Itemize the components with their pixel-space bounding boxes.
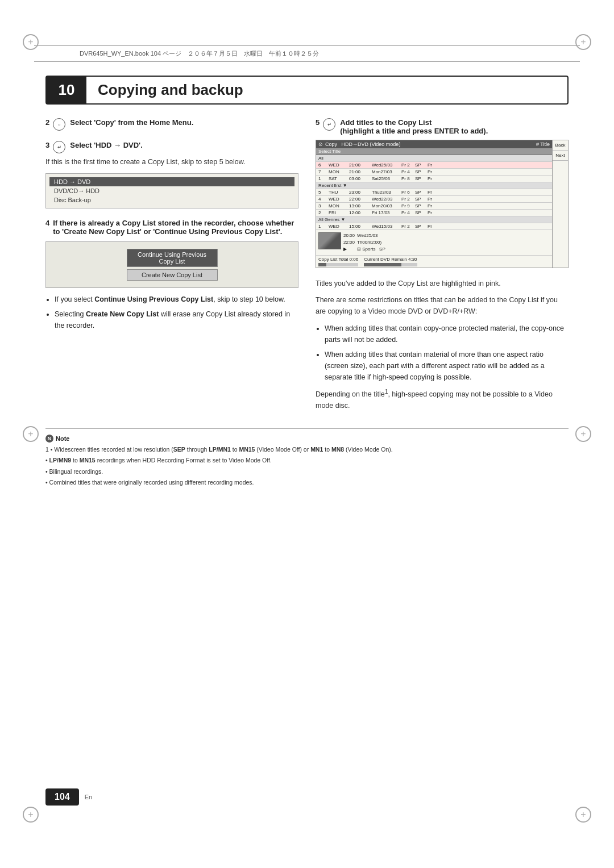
- row5-mode: SP: [415, 197, 425, 202]
- row4-extra: Pr: [428, 190, 435, 195]
- reg-mark-br: [575, 807, 591, 823]
- row8-mode: SP: [415, 224, 425, 229]
- reg-mark-tr: [575, 34, 591, 50]
- row1-pr: Pr 2: [401, 162, 413, 168]
- step3-icon: ↵: [53, 141, 65, 153]
- left-column: 2 ○ Select 'Copy' from the Home Menu. 3 …: [45, 118, 298, 417]
- row6-extra: Pr: [428, 203, 435, 208]
- step4-number: 4: [45, 219, 49, 227]
- content-area: 2 ○ Select 'Copy' from the Home Menu. 3 …: [45, 118, 569, 417]
- reg-mark-ml: [23, 426, 39, 442]
- row6-day: MON: [329, 203, 347, 208]
- row8-extra: Pr: [428, 224, 435, 229]
- step2-heading-text: Select 'Copy' from the Home Menu.: [70, 118, 193, 127]
- footer-bar-remain: [364, 263, 417, 266]
- row5-pr: Pr 2: [401, 197, 413, 202]
- row3-time: 03:00: [349, 176, 370, 181]
- row1-date: Wed25/03: [372, 162, 399, 168]
- right-bullets: When adding titles that contain copy-onc…: [325, 323, 569, 383]
- row3-pr: Pr 8: [401, 176, 413, 181]
- right-para-1: Titles you've added to the Copy List are…: [316, 278, 569, 289]
- thumb-label: ⊞ Sports SP: [357, 246, 385, 253]
- footer-bar-fill-remain: [364, 263, 401, 266]
- step2-number: 2: [45, 118, 49, 127]
- step3-heading: 3 ↵ Select 'HDD → DVD'.: [45, 141, 298, 153]
- row5-day: WED: [329, 197, 347, 202]
- row5-date: Wed22/03: [372, 197, 399, 202]
- row8-pr: Pr 2: [401, 224, 413, 229]
- note-label-text: Note: [56, 435, 69, 442]
- step4-heading: 4 If there is already a Copy List stored…: [45, 219, 298, 236]
- right-footer-text: Depending on the title1, high-speed copy…: [316, 387, 569, 411]
- footer-total-label: Copy List Total: [318, 257, 348, 262]
- row7-time: 12:00: [349, 210, 370, 215]
- copy-header-title: # Title: [536, 141, 550, 147]
- row6-date: Mon20/03: [372, 203, 399, 208]
- table-row-4: 5 THU 23:00 Thu23/03 Pr 6 SP Pr: [316, 189, 552, 196]
- row6-num: 3: [318, 203, 326, 208]
- dialog-btn-new: Create New Copy List: [127, 269, 218, 281]
- step4-bullets: If you select Continue Using Previous Co…: [55, 294, 298, 331]
- row4-day: THU: [329, 190, 347, 195]
- thumb-info2: Wed25/03 Th00m2:00) ⊞ Sports SP: [357, 232, 385, 253]
- thumb-time: 20:00: [343, 232, 355, 239]
- page-number: 104: [45, 788, 79, 806]
- right-column: 5 ↵ Add titles to the Copy List (highlig…: [316, 118, 569, 417]
- right-bullet-2: When adding titles that contain material…: [325, 349, 569, 383]
- thumb-date: Wed25/03: [357, 232, 385, 239]
- row2-date: Mon27/03: [372, 169, 399, 174]
- chapter-number: 10: [47, 77, 86, 103]
- reg-mark-tl: [23, 34, 39, 50]
- row3-day: SAT: [329, 176, 347, 181]
- menu-item-hdd-dvd: HDD → DVD: [49, 177, 294, 186]
- page-footer: 104 En: [0, 788, 614, 806]
- menu-item-disc-backup: Disc Back-up: [49, 195, 294, 205]
- note-section: N Note 1 • Widescreen titles recorded at…: [45, 428, 569, 487]
- right-para-2: There are some restrictions on titles th…: [316, 295, 569, 317]
- row7-pr: Pr 4: [401, 210, 413, 215]
- note-text: 1 • Widescreen titles recorded at low re…: [45, 445, 569, 487]
- step3-heading-text: Select 'HDD → DVD'.: [70, 141, 143, 149]
- row8-num: 1: [318, 224, 326, 229]
- thumb-duration: Th00m2:00): [357, 239, 385, 246]
- row5-time: 22:00: [349, 197, 370, 202]
- subheader-label: Select Title: [318, 149, 341, 154]
- step2-icon-inner: ○: [58, 122, 61, 127]
- step5-icon: ↵: [323, 118, 335, 131]
- thumb-image: [318, 232, 341, 249]
- row4-mode: SP: [415, 190, 425, 195]
- note-item-4: • Combined titles that were originally r…: [45, 478, 569, 487]
- header-strip-text: DVR645H_WY_EN.book 104 ページ ２０６年７月５日 水曜日 …: [80, 50, 319, 57]
- chapter-title: Copying and backup: [86, 77, 255, 103]
- reg-mark-mr: [575, 426, 591, 442]
- footer-bar-fill-total: [318, 263, 326, 266]
- row7-date: Fri 17/03: [372, 210, 399, 215]
- header-strip: DVR645H_WY_EN.book 104 ページ ２０６年７月５日 水曜日 …: [34, 45, 580, 62]
- thumb-info: 20:00 22:00 ▶: [343, 232, 355, 253]
- row5-extra: Pr: [428, 197, 435, 202]
- note-icon: N: [45, 435, 53, 443]
- row2-time: 21:00: [349, 169, 370, 174]
- copy-table-footer: Copy List Total 0:06 Current DVD Remain …: [316, 256, 552, 268]
- row3-date: Sat25/03: [372, 176, 399, 181]
- row3-extra: Pr: [428, 176, 435, 181]
- step5-heading-text: Add titles to the Copy List (highlight a…: [340, 118, 488, 135]
- row6-mode: SP: [415, 203, 425, 208]
- note-label: N Note: [45, 435, 569, 443]
- copy-table-main: ⊙ Copy HDD→DVD (Video mode) # Title Sele…: [316, 140, 552, 268]
- row2-pr: Pr 4: [401, 169, 413, 174]
- step4-dialog: Continue Using Previous Copy List Create…: [45, 241, 298, 288]
- row8-date: Wed15/03: [372, 224, 399, 229]
- note-item-3: • Bilingual recordings.: [45, 467, 569, 476]
- row2-num: 7: [318, 169, 326, 174]
- copy-table-screenshot: ⊙ Copy HDD→DVD (Video mode) # Title Sele…: [316, 140, 569, 268]
- step2-block: 2 ○ Select 'Copy' from the Home Menu.: [45, 118, 298, 131]
- thumb-end: 22:00: [343, 239, 355, 246]
- row4-pr: Pr 6: [401, 190, 413, 195]
- thumb-icon: ▶: [343, 246, 355, 253]
- dialog-btn-continue: Continue Using Previous Copy List: [127, 249, 218, 267]
- footer-remain-label: Current DVD Remain: [364, 257, 407, 262]
- table-row-3: 1 SAT 03:00 Sat25/03 Pr 8 SP Pr: [316, 176, 552, 182]
- step5-subheading: (highlight a title and press ENTER to ad…: [340, 127, 488, 135]
- copy-header-text: Copy HDD→DVD (Video mode): [325, 141, 400, 147]
